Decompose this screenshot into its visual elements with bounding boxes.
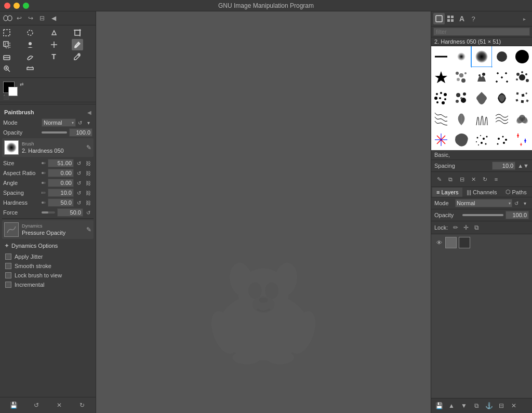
force-input[interactable]: 50.0	[57, 208, 83, 217]
brush-item-crosshatch[interactable]	[492, 109, 512, 129]
brush-item-red-blue[interactable]	[512, 130, 532, 150]
spacing-increment-icon[interactable]: ▲	[517, 163, 523, 169]
layers-opacity-slider[interactable]	[462, 214, 503, 216]
brush-item-red-cross[interactable]	[431, 130, 451, 150]
brush-menu-icon[interactable]: ≡	[490, 174, 502, 185]
spacing-reset-button[interactable]: ↺	[75, 189, 83, 197]
layers-mode-reset-button[interactable]: ↺	[512, 199, 521, 207]
layers-mode-dropdown[interactable]: Normal ▾	[455, 199, 512, 207]
size-chain-button[interactable]: ⛓	[84, 159, 92, 167]
angle-input[interactable]: 0.00	[48, 179, 74, 187]
force-reset-button[interactable]: ↺	[84, 208, 92, 217]
brush-panel-icon[interactable]	[433, 13, 445, 24]
mode-reset-button[interactable]: ↺	[76, 118, 84, 127]
spacing-panel-input[interactable]: 10.0	[492, 162, 515, 170]
zoom-tool[interactable]	[1, 63, 12, 74]
brush-item-line[interactable]	[431, 46, 451, 66]
transform-tool[interactable]	[1, 39, 12, 50]
force-slider[interactable]	[42, 211, 55, 214]
anchor-layer-button[interactable]: ⚓	[483, 400, 495, 411]
brush-item-hard-medium[interactable]	[492, 46, 512, 66]
reset-colors-icon[interactable]: ⬛	[3, 95, 9, 100]
canvas-area[interactable]	[96, 11, 431, 413]
size-reset-button[interactable]: ↺	[75, 159, 83, 167]
aspect-ratio-reset-button[interactable]: ↺	[75, 169, 83, 177]
spacing-decrement-icon[interactable]: ▼	[523, 163, 529, 169]
mode-dropdown[interactable]: Normal ▾	[42, 118, 76, 127]
layers-opacity-input[interactable]: 100.0	[506, 211, 529, 219]
angle-chain-button[interactable]: ⛓	[84, 179, 92, 187]
brush-item-hard-large[interactable]	[512, 46, 532, 66]
lasso-tool[interactable]	[24, 27, 36, 38]
lower-layer-button[interactable]: ▼	[458, 400, 470, 411]
brush-item-cloud[interactable]	[512, 109, 532, 129]
paintbrush-collapse-icon[interactable]: ◀	[87, 110, 91, 115]
opacity-input[interactable]: 100.0	[69, 128, 92, 137]
paintbrush-tool[interactable]	[72, 39, 83, 50]
dynamics-thumbnail[interactable]	[4, 222, 19, 237]
opacity-slider[interactable]	[42, 131, 67, 134]
brush-item-dots2[interactable]	[451, 88, 471, 108]
background-color-swatch[interactable]	[8, 87, 18, 96]
brush-item-organic2[interactable]	[492, 88, 512, 108]
minimize-button[interactable]	[14, 3, 20, 9]
brush-item-cross-marks[interactable]	[492, 67, 512, 87]
raise-layer-button[interactable]: ▲	[446, 400, 457, 411]
hardness-reset-button[interactable]: ↺	[75, 198, 83, 207]
brush-item-splat[interactable]	[512, 67, 532, 87]
rect-select-tool[interactable]	[1, 27, 12, 38]
angle-slider[interactable]	[42, 182, 46, 184]
spacing-slider[interactable]	[42, 192, 46, 194]
clone-tool[interactable]	[24, 39, 36, 50]
measure-tool[interactable]	[24, 63, 36, 74]
tab-paths[interactable]: ⬡ Paths	[501, 187, 531, 197]
brush-copy-icon[interactable]: ⊟	[456, 174, 468, 185]
size-input[interactable]: 51.00	[48, 159, 74, 167]
mode-extra-button[interactable]: ▾	[84, 118, 92, 127]
dynamics-edit-button[interactable]: ✎	[86, 226, 91, 233]
help-icon[interactable]: ?	[468, 13, 479, 24]
aspect-ratio-input[interactable]: 0.00	[48, 169, 74, 177]
brush-item-grass[interactable]	[472, 109, 491, 129]
collapse-icon[interactable]: ◀	[48, 12, 59, 24]
brush-refresh-icon[interactable]: ↻	[479, 174, 490, 185]
brush-edit-action-icon[interactable]: ✎	[433, 174, 445, 185]
brush-item-soft-small[interactable]	[451, 46, 471, 66]
fonts-panel-icon[interactable]: A	[456, 13, 468, 24]
brush-item-hardness050[interactable]	[472, 46, 491, 66]
restore-button[interactable]: ↻	[76, 399, 88, 411]
reset-button[interactable]: ↺	[31, 399, 42, 411]
close-button[interactable]	[4, 3, 10, 9]
brush-item-dots1[interactable]	[431, 88, 451, 108]
brush-item-leaf[interactable]	[451, 109, 471, 129]
tab-layers[interactable]: ≡ Layers	[432, 188, 462, 197]
brush-item-scatter[interactable]	[512, 88, 532, 108]
dynamics-options-header[interactable]: ✦ Dynamics Options	[2, 241, 94, 250]
incremental-checkbox[interactable]	[5, 282, 11, 288]
aspect-ratio-chain-button[interactable]: ⛓	[84, 169, 92, 177]
brush-item-organic1[interactable]	[472, 88, 491, 108]
text-tool[interactable]: T	[48, 51, 60, 62]
window-controls[interactable]	[4, 3, 29, 9]
layer-item[interactable]: 👁	[432, 235, 531, 250]
swap-colors-icon[interactable]: ⇄	[20, 82, 24, 87]
brush-item-texture1[interactable]	[451, 67, 471, 87]
brush-item-star[interactable]	[431, 67, 451, 87]
tab-channels[interactable]: ||| Channels	[462, 188, 501, 197]
brush-item-stipple1[interactable]	[472, 130, 491, 150]
lock-position-button[interactable]: ✛	[461, 223, 471, 232]
brush-edit-button[interactable]: ✎	[86, 144, 91, 151]
patterns-panel-icon[interactable]	[445, 13, 456, 24]
smooth-stroke-checkbox[interactable]	[5, 263, 11, 269]
lock-brush-checkbox[interactable]	[5, 272, 11, 278]
heal-tool[interactable]	[48, 39, 60, 50]
aspect-ratio-slider[interactable]	[42, 172, 46, 174]
right-panel-collapse-icon[interactable]: ▸	[518, 13, 530, 24]
preferences-icon[interactable]: ⊟	[36, 12, 48, 24]
layer-visibility-button[interactable]: 👁	[434, 238, 444, 247]
maximize-button[interactable]	[23, 3, 29, 9]
eraser-tool[interactable]	[1, 51, 12, 62]
spacing-input[interactable]: 10.0	[48, 189, 74, 197]
brush-delete-icon[interactable]: ✕	[468, 174, 479, 185]
brush-item-stipple2[interactable]	[492, 130, 512, 150]
